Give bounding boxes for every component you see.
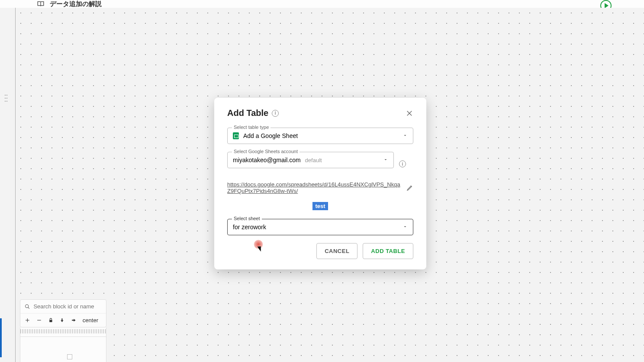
search-input[interactable] [33, 303, 102, 310]
ruler [20, 327, 106, 337]
close-icon[interactable] [406, 109, 413, 117]
table-type-select[interactable]: Select table type Add a Google Sheet [227, 128, 413, 144]
chevron-down-icon [383, 157, 388, 163]
svg-point-4 [5, 101, 6, 102]
plus-icon[interactable] [25, 317, 30, 324]
search-icon [25, 304, 30, 310]
sheet-value: for zerowork [233, 224, 266, 231]
page-title: データ追加の解説 [50, 0, 102, 8]
add-table-modal: Add Table i Select table type Add a Goog… [214, 98, 426, 269]
svg-point-3 [6, 98, 7, 99]
arrow-down-icon[interactable] [59, 317, 65, 324]
edit-icon[interactable] [406, 184, 413, 191]
toolbox-actions: center [20, 314, 106, 327]
account-select[interactable]: Select Google Sheets account miyakotakeo… [227, 152, 394, 168]
svg-line-7 [28, 307, 29, 308]
minus-icon[interactable] [36, 317, 42, 324]
svg-rect-11 [49, 320, 52, 322]
table-type-label: Select table type [232, 125, 270, 130]
spreadsheet-url[interactable]: https://docs.google.com/spreadsheets/d/1… [227, 181, 402, 194]
sheet-label: Select sheet [232, 216, 262, 221]
table-type-value: Add a Google Sheet [243, 132, 298, 139]
center-button[interactable]: center [83, 317, 98, 324]
svg-point-5 [6, 101, 7, 102]
sheet-select[interactable]: Select sheet for zerowork [227, 219, 413, 235]
svg-point-6 [26, 304, 29, 308]
info-icon[interactable]: i [272, 110, 279, 117]
lock-icon[interactable] [48, 317, 54, 324]
cancel-button[interactable]: CANCEL [316, 243, 357, 259]
google-sheets-icon [233, 132, 239, 139]
book-icon [37, 0, 45, 8]
svg-point-1 [6, 95, 7, 96]
minimap[interactable] [20, 337, 106, 362]
top-bar: データ追加の解説 [0, 0, 644, 8]
svg-point-0 [5, 95, 6, 96]
account-label: Select Google Sheets account [232, 149, 299, 154]
add-table-button[interactable]: ADD TABLE [363, 243, 413, 259]
collapse-handle-icon[interactable] [5, 94, 7, 102]
arrow-right-icon[interactable] [71, 317, 77, 324]
block-search[interactable] [20, 300, 106, 314]
chevron-down-icon [402, 132, 408, 139]
toolbox: center [20, 299, 106, 327]
test-badge: test [312, 202, 328, 210]
chevron-down-icon [402, 224, 408, 231]
progress-strip [0, 318, 2, 357]
info-icon[interactable]: i [399, 160, 406, 167]
account-default-tag: default [305, 157, 322, 163]
modal-title: Add Table [227, 108, 268, 118]
svg-point-2 [5, 98, 6, 99]
account-value: miyakotakeo@gmail.com [233, 157, 301, 163]
